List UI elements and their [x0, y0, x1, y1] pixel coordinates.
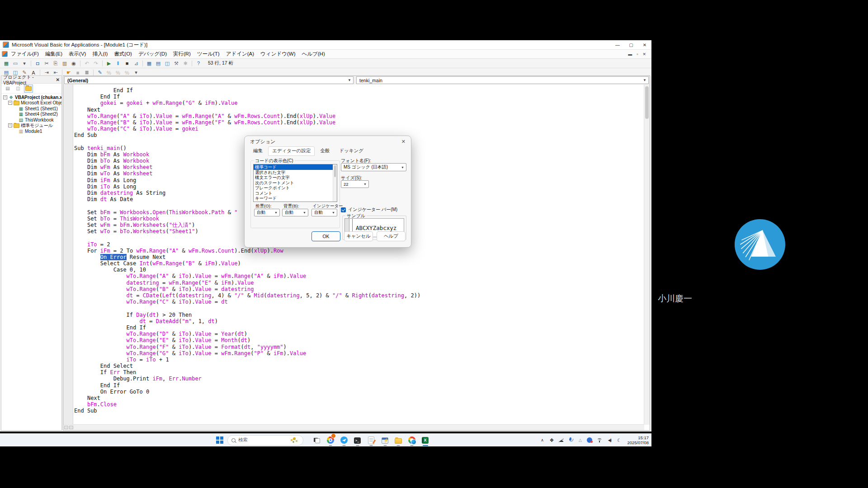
microphone-tray-icon[interactable]: [568, 436, 573, 444]
disabled-tool-button[interactable]: ✱: [181, 60, 189, 67]
twitter-taskbar-button[interactable]: [340, 435, 348, 446]
dialog-close-icon[interactable]: ✕: [401, 139, 406, 145]
terminal-taskbar-button[interactable]: [354, 435, 361, 446]
chrome-taskbar-button[interactable]: [327, 435, 334, 446]
menu-item-3[interactable]: 挿入(I): [89, 51, 111, 57]
redo-button[interactable]: ↷: [92, 60, 100, 67]
child-restore-button[interactable]: ▫: [637, 52, 638, 56]
tree-item-1[interactable]: −Microsoft Excel Objec: [1, 100, 61, 106]
tree-item-6[interactable]: Module1: [1, 128, 61, 134]
view-excel-button[interactable]: ▦: [2, 60, 10, 67]
tree-item-5[interactable]: −標準モジュール: [1, 123, 61, 129]
vb-app-taskbar-button[interactable]: [382, 435, 388, 446]
background-select[interactable]: 自動▼: [282, 209, 308, 216]
child-close-button[interactable]: ✕: [642, 52, 646, 56]
toolbox-button[interactable]: ⚒: [172, 60, 180, 67]
font-size-select[interactable]: 22▼: [341, 180, 369, 188]
color-list-item-2[interactable]: 構文エラーの文字: [254, 175, 337, 180]
ok-button[interactable]: OK: [311, 231, 340, 241]
procedure-dropdown[interactable]: tenki_main ▼: [356, 76, 649, 84]
child-minimize-button[interactable]: ▬: [628, 52, 632, 56]
horizontal-scrollbar[interactable]: [63, 424, 644, 430]
design-mode-button[interactable]: ⊿: [132, 60, 140, 67]
view-object-button[interactable]: ◫: [14, 84, 23, 93]
break-button[interactable]: ‖: [114, 60, 122, 67]
tree-item-4[interactable]: ThisWorkbook: [1, 117, 61, 123]
taskbar-clock[interactable]: 15:17 2025/07/08: [627, 435, 649, 445]
file-explorer-taskbar-button[interactable]: [395, 435, 402, 446]
split-button[interactable]: [64, 426, 68, 429]
copy-button[interactable]: ⎘: [52, 60, 60, 67]
object-dropdown[interactable]: (General) ▼: [64, 76, 354, 84]
cut-button[interactable]: ✂: [42, 60, 51, 67]
volume-tray-icon[interactable]: ◀): [607, 436, 612, 444]
color-listbox[interactable]: 標準コード選択された文字構文エラーの文字次のステートメントブレークポイントコメン…: [253, 164, 337, 202]
paste-button[interactable]: ▥: [61, 60, 69, 67]
tree-expander-icon[interactable]: −: [3, 95, 7, 99]
menu-item-1[interactable]: 編集(E): [42, 51, 66, 57]
project-explorer-close-icon[interactable]: ✕: [56, 77, 60, 82]
maximize-button[interactable]: ▢: [624, 42, 638, 47]
menu-item-5[interactable]: デバッグ(D): [135, 51, 170, 57]
menu-item-8[interactable]: アドイン(A): [223, 51, 257, 57]
dialog-tab-1[interactable]: エディターの設定: [268, 146, 315, 156]
menu-item-6[interactable]: 実行(R): [170, 51, 194, 57]
cloud-paused-tray-icon[interactable]: ☁: [558, 436, 564, 444]
menu-item-0[interactable]: ファイル(F): [8, 51, 42, 57]
cancel-button[interactable]: キャンセル: [344, 231, 373, 241]
dialog-tab-3[interactable]: ドッキング: [335, 146, 368, 156]
checkbox-checked-icon[interactable]: [341, 207, 346, 212]
tree-item-2[interactable]: Sheet1 (Sheet1): [1, 106, 61, 112]
color-list-item-3[interactable]: 次のステートメント: [254, 180, 337, 186]
vertical-scrollbar[interactable]: [644, 84, 650, 425]
color-list-item-1[interactable]: 選択された文字: [254, 170, 337, 175]
find-button[interactable]: ◉: [70, 60, 78, 67]
object-browser-button[interactable]: ◫: [163, 60, 171, 67]
menu-item-2[interactable]: 表示(V): [66, 51, 89, 57]
font-name-select[interactable]: MS ゴシック (日本語)▼: [341, 163, 406, 171]
toggle-folders-button[interactable]: [24, 84, 33, 93]
dialog-tab-0[interactable]: 編集: [249, 146, 267, 156]
dropbox-tray-icon[interactable]: ❖: [549, 436, 554, 444]
dialog-tab-2[interactable]: 全般: [316, 146, 334, 156]
tree-expander-icon[interactable]: −: [8, 101, 12, 105]
menu-item-4[interactable]: 書式(O): [111, 51, 135, 57]
tray-expand-tray-icon[interactable]: ∧: [539, 436, 545, 444]
help-button[interactable]: ?: [194, 60, 203, 67]
menu-item-7[interactable]: ツール(T): [194, 51, 223, 57]
night-mode-tray-icon[interactable]: ☾: [616, 436, 622, 444]
tree-expander-icon[interactable]: −: [8, 123, 12, 127]
close-button[interactable]: ✕: [638, 42, 651, 47]
color-list-item-5[interactable]: コメント: [254, 191, 337, 196]
properties-window-button[interactable]: ▤: [154, 60, 162, 67]
antenna-tray-icon[interactable]: △: [577, 436, 583, 444]
split-button[interactable]: [69, 426, 73, 429]
tree-item-3[interactable]: Sheet4 (Sheet2): [1, 112, 61, 117]
notepad-taskbar-button[interactable]: [367, 435, 375, 446]
task-view-taskbar-button[interactable]: [313, 435, 321, 446]
foreground-select[interactable]: 自動▼: [254, 209, 280, 216]
ime-tray-icon[interactable]: [587, 437, 592, 443]
search-input[interactable]: 検索: [227, 435, 303, 446]
menu-item-9[interactable]: ウィンドウ(W): [257, 51, 298, 57]
undo-button[interactable]: ↶: [83, 60, 91, 67]
minimize-button[interactable]: —: [611, 42, 624, 47]
run-button[interactable]: ▶: [105, 60, 113, 67]
tree-item-0[interactable]: −VBAProject (chukan.x: [1, 94, 61, 100]
reset-button[interactable]: ■: [123, 60, 131, 67]
menu-item-10[interactable]: ヘルプ(H): [298, 51, 328, 57]
project-explorer-button[interactable]: ▦: [145, 60, 153, 67]
indicator-select[interactable]: 自動▼: [311, 209, 337, 216]
color-list-item-4[interactable]: ブレークポイント: [254, 185, 337, 191]
wifi-tray-icon[interactable]: [596, 437, 603, 443]
insert-dropdown-button[interactable]: ▾: [20, 60, 28, 67]
color-list-item-6[interactable]: キーワード: [254, 196, 337, 201]
listbox-scrollbar[interactable]: [333, 164, 337, 202]
help-button[interactable]: ヘルプ: [377, 231, 406, 241]
view-code-button[interactable]: ▤: [3, 84, 12, 93]
scrollbar-thumb[interactable]: [645, 86, 649, 119]
save-button[interactable]: ◘: [33, 60, 42, 67]
insert-userform-button[interactable]: ▭: [11, 60, 19, 67]
excel-taskbar-button[interactable]: [422, 435, 429, 446]
edge-taskbar-button[interactable]: [408, 435, 415, 446]
